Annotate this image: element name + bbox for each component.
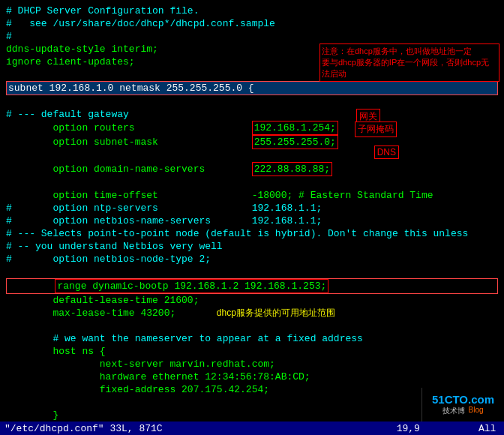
line-hardware: hardware ethernet 12:34:56:78:AB:CD;: [6, 370, 498, 383]
logo-text: 51CTO.com: [432, 393, 494, 406]
status-bar: "/etc/dhcpd.conf" 33L, 871C 19,9 All: [0, 422, 504, 435]
line-subnet-mask: option subnet-mask 255.255.255.0;: [6, 135, 498, 149]
line-netbios-node: # option netbios-node-type 2;: [6, 253, 498, 266]
line-3: #: [6, 30, 498, 43]
statusbar-text: "/etc/dhcpd.conf" 33L, 871C 19,9 All: [4, 423, 496, 434]
range-line: range dynamic-bootp 192.168.1.2 192.168.…: [6, 278, 498, 294]
line-netbios-well: # -- you understand Netbios very well: [6, 240, 498, 253]
line-ntp: # option ntp-servers 192.168.1.1;: [6, 202, 498, 214]
terminal-window: # DHCP Server Configuration file. # see …: [0, 0, 504, 435]
range-value: range dynamic-bootp 192.168.1.2 192.168.…: [55, 279, 328, 293]
dns-label: DNS: [374, 146, 399, 159]
subnet-mask-value: 255.255.255.0;: [252, 135, 338, 149]
subnet-line: subnet 192.168.1.0 netmask 255.255.255.0…: [6, 81, 498, 95]
logo-sub1: 技术博: [442, 406, 465, 416]
line-nameserver-comment: # we want the nameserver to appear at a …: [6, 332, 498, 345]
line-selects: # --- Selects point-to-point node (defau…: [6, 227, 498, 240]
line-1: # DHCP Server Configuration file.: [6, 4, 498, 17]
line-default-lease: default-lease-time 21600;: [6, 294, 498, 307]
router-value: 192.168.1.254;: [252, 121, 338, 135]
line-host-ns: host ns {: [6, 345, 498, 358]
line-dns: option domain-name-servers 222.88.88.88;: [6, 162, 498, 176]
line-gateway-comment: # --- default gateway: [6, 108, 498, 121]
line-routers: option routers 192.168.1.254;: [6, 121, 498, 135]
dns-value: 222.88.88.88;: [252, 162, 332, 176]
logo-area: 51CTO.com 技术博 Blog: [422, 388, 504, 422]
line-blank2: [6, 149, 498, 162]
line-next-server: next-server marvin.redhat.com;: [6, 358, 498, 370]
line-blank3: [6, 176, 498, 189]
line-blank1: [6, 95, 498, 108]
line-max-lease: max-lease-time 43200; dhcp服务提供的可用地址范围: [6, 307, 498, 320]
line-blank4: [6, 266, 498, 278]
subnet-mask-label: 子网掩码: [355, 122, 397, 137]
line-2: # see /usr/share/doc/dhcp*/dhcpd.conf.sa…: [6, 17, 498, 30]
line-netbios-name: # option netbios-name-servers 192.168.1.…: [6, 214, 498, 227]
top-annotation: 注意：在dhcp服务中，也叫做地址池一定要与dhcp服务器的IP在一个网段，否则…: [320, 44, 500, 82]
line-blank5: [6, 320, 498, 332]
logo-sub2: Blog: [468, 406, 483, 416]
line-time-offset: option time-offset -18000; # Eastern Sta…: [6, 189, 498, 202]
